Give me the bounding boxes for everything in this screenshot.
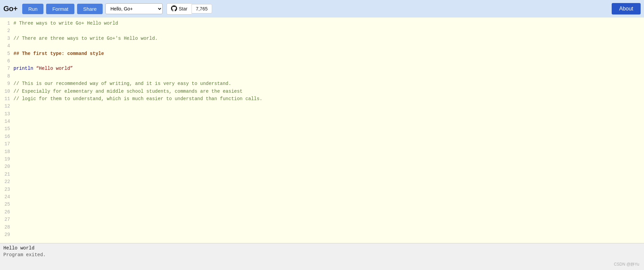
line-number: 18	[2, 148, 10, 155]
line-number: 8	[2, 72, 10, 80]
watermark: CSDN @静Yu	[614, 262, 639, 267]
line-number: 9	[2, 80, 10, 87]
run-button[interactable]: Run	[22, 4, 44, 14]
line-number: 3	[2, 35, 10, 42]
line-number: 12	[2, 102, 10, 110]
code-line	[13, 42, 637, 50]
line-number: 27	[2, 216, 10, 223]
code-line	[13, 110, 637, 118]
line-number: 10	[2, 88, 10, 95]
line-number: 5	[2, 50, 10, 57]
code-line: // This is our recommended way of writin…	[13, 80, 637, 87]
editor-area[interactable]: 1234567891011121314151617181920212223242…	[0, 18, 644, 243]
code-line: // There are three ways to write Go+'s H…	[13, 35, 637, 42]
code-line: ## The first type: command style	[13, 50, 637, 57]
line-number: 17	[2, 140, 10, 148]
code-line: // logic for them to understand, which i…	[13, 95, 637, 102]
code-line	[13, 163, 637, 170]
toolbar: Go+ Run Format Share Hello, Go+Hello, Wo…	[0, 0, 644, 18]
line-number: 22	[2, 178, 10, 185]
code-line	[13, 140, 637, 148]
app-logo: Go+	[3, 4, 18, 13]
line-number: 23	[2, 186, 10, 193]
code-line	[13, 72, 637, 80]
line-number: 20	[2, 163, 10, 170]
code-line	[13, 27, 637, 34]
about-button[interactable]: About	[612, 3, 641, 14]
line-number: 26	[2, 208, 10, 216]
line-number: 6	[2, 57, 10, 65]
line-number: 28	[2, 223, 10, 231]
line-numbers: 1234567891011121314151617181920212223242…	[0, 20, 13, 241]
line-number: 25	[2, 201, 10, 208]
line-number: 2	[2, 27, 10, 34]
format-button[interactable]: Format	[46, 4, 74, 14]
code-line	[13, 57, 637, 65]
output-area: Hello world Program exited. CSDN @静Yu	[0, 243, 644, 270]
github-star-area: Star 7,765	[167, 3, 212, 14]
github-icon	[171, 5, 177, 12]
line-number: 4	[2, 42, 10, 50]
code-line	[13, 178, 637, 185]
line-number: 15	[2, 125, 10, 132]
line-number: 16	[2, 133, 10, 140]
output-text: Hello world	[3, 245, 641, 251]
star-count: 7,765	[192, 4, 212, 13]
code-line	[13, 186, 637, 193]
code-container: 1234567891011121314151617181920212223242…	[0, 18, 644, 242]
program-status: Program exited.	[3, 252, 641, 258]
line-number: 1	[2, 20, 10, 27]
code-line	[13, 171, 637, 178]
code-line	[13, 133, 637, 140]
code-line	[13, 148, 637, 155]
code-line	[13, 193, 637, 201]
code-line	[13, 216, 637, 223]
star-label: Star	[179, 6, 188, 11]
code-line	[13, 208, 637, 216]
line-number: 14	[2, 118, 10, 125]
line-number: 13	[2, 110, 10, 118]
code-lines: # Three ways to write Go+ Hello world //…	[13, 20, 644, 241]
line-number: 7	[2, 65, 10, 72]
line-number: 11	[2, 95, 10, 102]
line-number: 21	[2, 171, 10, 178]
code-line: // Especially for elementary and middle …	[13, 88, 637, 95]
code-line	[13, 223, 637, 231]
code-line	[13, 118, 637, 125]
line-number: 24	[2, 193, 10, 201]
code-line: # Three ways to write Go+ Hello world	[13, 20, 637, 27]
share-button[interactable]: Share	[77, 4, 103, 14]
code-line	[13, 102, 637, 110]
snippet-select[interactable]: Hello, Go+Hello, WorldFibonacciHTTP Serv…	[105, 3, 163, 14]
code-line	[13, 155, 637, 163]
code-line	[13, 201, 637, 208]
main-content: 1234567891011121314151617181920212223242…	[0, 18, 644, 270]
line-number: 29	[2, 231, 10, 238]
code-line	[13, 231, 637, 238]
code-line	[13, 125, 637, 132]
code-line: println “Hello world”	[13, 65, 637, 72]
github-star-button[interactable]: Star	[167, 3, 192, 14]
line-number: 19	[2, 155, 10, 163]
